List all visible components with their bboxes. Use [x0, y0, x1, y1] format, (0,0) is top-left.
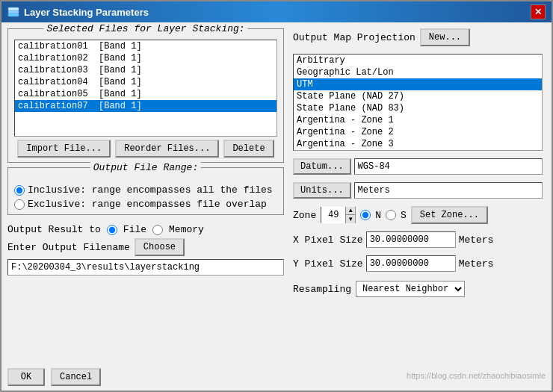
- proj-item[interactable]: State Plane (NAD 27): [294, 90, 542, 102]
- svg-rect-2: [8, 7, 19, 10]
- inclusive-radio[interactable]: [14, 185, 25, 196]
- proj-item-selected[interactable]: UTM: [294, 78, 542, 90]
- x-pixel-input[interactable]: [366, 231, 456, 248]
- zone-up-arrow[interactable]: ▲: [346, 207, 355, 215]
- watermark-text: https://blog.csdn.net/zhaochibiaosimle: [407, 371, 546, 380]
- zone-row: Zone ▲ ▼ N S Set Zone...: [293, 206, 543, 224]
- ok-button[interactable]: OK: [7, 368, 45, 386]
- exclusive-row: Exclusive: range encompasses file overla…: [14, 199, 277, 210]
- filename-row: Enter Output Filename Choose: [7, 238, 284, 256]
- y-pixel-input[interactable]: [366, 255, 456, 272]
- resampling-row: Resampling Nearest Neighbor Bilinear Cub…: [293, 281, 543, 297]
- output-result-section: Output Result to File Memory Enter Outpu…: [7, 220, 284, 279]
- zone-input[interactable]: [321, 207, 345, 223]
- filepath-input[interactable]: [7, 259, 284, 276]
- range-radio-group: Inclusive: range encompasses all the fil…: [14, 178, 277, 210]
- list-item[interactable]: calibration03 [Band 1]: [15, 64, 276, 76]
- datum-button[interactable]: Datum...: [293, 158, 351, 175]
- file-label: File: [123, 224, 146, 235]
- list-item[interactable]: calibration05 [Band 1]: [15, 88, 276, 100]
- main-window: Layer Stacking Parameters ✕ Selected Fil…: [0, 0, 553, 392]
- left-panel: Selected Files for Layer Stacking: calib…: [7, 28, 284, 359]
- south-label: S: [401, 210, 407, 221]
- memory-label: Memory: [169, 224, 204, 235]
- units-row: Units...: [293, 182, 543, 199]
- files-group-title: Selected Files for Layer Stacking:: [43, 23, 247, 34]
- svg-rect-1: [8, 10, 19, 13]
- resampling-label: Resampling: [293, 284, 351, 295]
- choose-button[interactable]: Choose: [135, 238, 185, 256]
- projection-label: Output Map Projection: [293, 32, 415, 43]
- filename-label: Enter Output Filename: [7, 242, 130, 253]
- y-pixel-label: Y Pixel Size: [293, 258, 363, 270]
- output-result-row: Output Result to File Memory: [7, 224, 284, 235]
- output-result-label: Output Result to: [7, 224, 101, 235]
- north-label: N: [375, 210, 381, 221]
- svg-rect-0: [8, 13, 19, 16]
- list-item[interactable]: calibration01 [Band 1]: [15, 40, 276, 52]
- exclusive-label: Exclusive: range encompasses file overla…: [28, 199, 267, 210]
- y-pixel-unit: Meters: [459, 258, 494, 270]
- y-pixel-row: Y Pixel Size Meters: [293, 255, 543, 272]
- right-panel: Output Map Projection New... Arbitrary G…: [290, 28, 546, 359]
- units-button[interactable]: Units...: [293, 182, 351, 199]
- file-list[interactable]: calibration01 [Band 1] calibration02 [Ba…: [14, 40, 277, 137]
- range-group-title: Output File Range:: [90, 162, 201, 173]
- title-bar-left: Layer Stacking Parameters: [7, 6, 149, 18]
- units-input[interactable]: [354, 182, 543, 199]
- x-pixel-label: X Pixel Size: [293, 234, 363, 246]
- cancel-button[interactable]: Cancel: [51, 368, 101, 386]
- proj-item[interactable]: Argentina - Zone 1: [294, 114, 542, 126]
- file-radio[interactable]: [107, 225, 117, 235]
- proj-item[interactable]: Argentina - Zone 3: [294, 138, 542, 150]
- files-group: Selected Files for Layer Stacking: calib…: [7, 28, 284, 163]
- datum-row: Datum...: [293, 158, 543, 175]
- inclusive-label: Inclusive: range encompasses all the fil…: [28, 184, 273, 196]
- proj-item[interactable]: Arbitrary: [294, 55, 542, 66]
- footer: OK Cancel https://blog.csdn.net/zhaochib…: [1, 365, 552, 391]
- new-projection-button[interactable]: New...: [420, 28, 470, 46]
- layers-icon: [7, 6, 19, 18]
- import-file-button[interactable]: Import File...: [17, 140, 111, 158]
- delete-button[interactable]: Delete: [223, 140, 274, 158]
- exclusive-radio[interactable]: [14, 199, 25, 210]
- footer-buttons: OK Cancel: [7, 368, 101, 386]
- spinner-arrows: ▲ ▼: [345, 207, 355, 223]
- zone-label: Zone: [293, 210, 316, 221]
- x-pixel-unit: Meters: [459, 234, 494, 246]
- close-button[interactable]: ✕: [531, 4, 546, 19]
- range-group: Output File Range: Inclusive: range enco…: [7, 167, 284, 215]
- resampling-select[interactable]: Nearest Neighbor Bilinear Cubic: [356, 281, 465, 297]
- window-title: Layer Stacking Parameters: [24, 7, 149, 18]
- zone-spinner[interactable]: ▲ ▼: [321, 207, 356, 223]
- reorder-files-button[interactable]: Reorder Files...: [115, 140, 219, 158]
- south-radio[interactable]: [386, 210, 396, 220]
- list-item[interactable]: calibration02 [Band 1]: [15, 52, 276, 64]
- zone-down-arrow[interactable]: ▼: [346, 215, 355, 223]
- inclusive-row: Inclusive: range encompasses all the fil…: [14, 184, 277, 196]
- list-item[interactable]: calibration04 [Band 1]: [15, 76, 276, 88]
- projection-list[interactable]: Arbitrary Geographic Lat/Lon UTM State P…: [293, 54, 543, 151]
- main-content: Selected Files for Layer Stacking: calib…: [1, 22, 552, 365]
- x-pixel-row: X Pixel Size Meters: [293, 231, 543, 248]
- memory-radio[interactable]: [152, 225, 163, 235]
- set-zone-button[interactable]: Set Zone...: [411, 206, 488, 224]
- list-item-selected[interactable]: calibration07 [Band 1]: [15, 100, 276, 112]
- proj-item[interactable]: Geographic Lat/Lon: [294, 66, 542, 78]
- north-radio[interactable]: [360, 210, 371, 220]
- file-buttons: Import File... Reorder Files... Delete: [14, 140, 277, 158]
- title-bar: Layer Stacking Parameters ✕: [1, 1, 552, 22]
- datum-input[interactable]: [354, 158, 543, 175]
- projection-header: Output Map Projection New...: [293, 28, 543, 46]
- proj-item[interactable]: Argentina - Zone 2: [294, 126, 542, 138]
- proj-item[interactable]: State Plane (NAD 83): [294, 102, 542, 114]
